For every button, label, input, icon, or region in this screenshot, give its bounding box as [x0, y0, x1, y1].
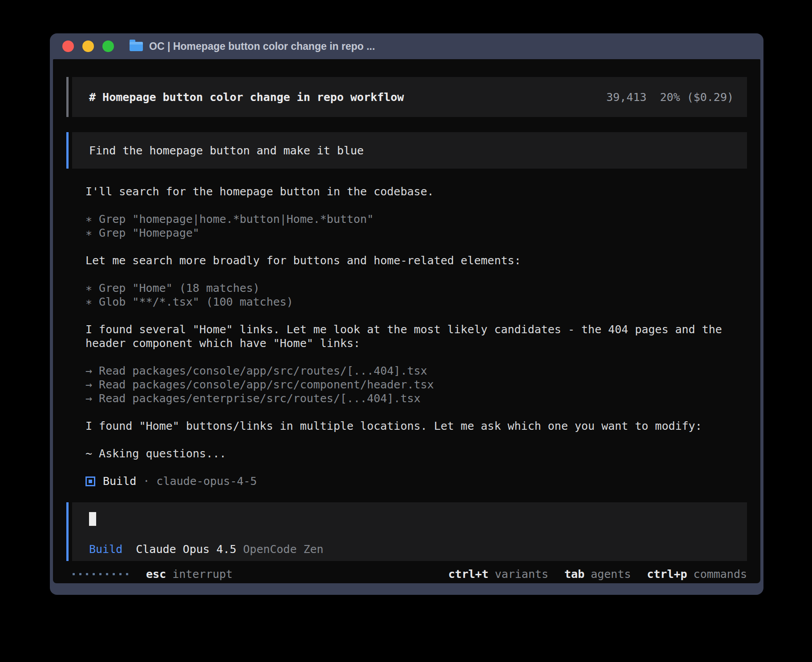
transcript-line: Let me search more broadly for buttons a…	[85, 254, 747, 267]
transcript-line	[85, 240, 747, 254]
session-title: # Homepage button color change in repo w…	[89, 90, 404, 104]
close-button[interactable]	[62, 40, 74, 52]
shortcut-key: ctrl+p	[647, 567, 687, 581]
transcript-line: ∗ Glob "**/*.tsx" (100 matches)	[85, 295, 747, 309]
shortcut: ctrl+p commands	[647, 567, 747, 581]
status-bar: esc interrupt ctrl+t variants tab agents	[66, 567, 747, 581]
transcript-line: I found "Home" buttons/links in multiple…	[85, 419, 747, 433]
shortcut-key: ctrl+t	[448, 567, 488, 581]
esc-key-hint: esc	[146, 567, 166, 581]
user-message-text: Find the homepage button and make it blu…	[89, 144, 364, 157]
activity-dot	[126, 573, 128, 575]
transcript-line	[85, 267, 747, 281]
shortcut: tab agents	[564, 567, 631, 581]
terminal-window: OC | Homepage button color change in rep…	[50, 33, 763, 595]
esc-action-label: interrupt	[172, 567, 232, 581]
activity-dot	[113, 573, 115, 575]
transcript-line	[85, 350, 747, 364]
model-row: Build Claude Opus 4.5 OpenCode Zen	[89, 542, 734, 556]
transcript-line	[85, 405, 747, 419]
transcript-line: → Read packages/enterprise/src/routes/[.…	[85, 392, 747, 405]
user-message: Find the homepage button and make it blu…	[72, 132, 747, 169]
session-stats: 39,413 20% ($0.29)	[606, 90, 734, 104]
prompt-input[interactable]: Build Claude Opus 4.5 OpenCode Zen	[72, 502, 747, 561]
transcript-line: ∗ Grep "homepage|home.*button|Home.*butt…	[85, 212, 747, 226]
transcript-line: I found several "Home" links. Let me loo…	[85, 323, 747, 336]
transcript-line: I'll search for the homepage button in t…	[85, 185, 747, 198]
agent-status-row: Build · claude-opus-4-5	[85, 474, 747, 488]
transcript-line: → Read packages/console/app/src/componen…	[85, 378, 747, 392]
folder-icon	[130, 42, 143, 51]
titlebar: OC | Homepage button color change in rep…	[50, 33, 763, 59]
transcript-line	[85, 198, 747, 212]
agent-build-icon	[85, 476, 95, 486]
shortcut-key: tab	[564, 567, 585, 581]
window-title: OC | Homepage button color change in rep…	[149, 40, 375, 52]
transcript-line	[85, 309, 747, 323]
shortcut: ctrl+t variants	[448, 567, 548, 581]
transcript-line: ∗ Grep "Home" (18 matches)	[85, 281, 747, 295]
agent-model: claude-opus-4-5	[156, 474, 257, 488]
minimize-button[interactable]	[82, 40, 94, 52]
text-cursor	[89, 512, 96, 526]
transcript-line: ~ Asking questions...	[85, 447, 747, 460]
zoom-button[interactable]	[102, 40, 114, 52]
agent-separator: ·	[143, 474, 150, 488]
activity-dots	[73, 573, 133, 575]
activity-dot	[119, 573, 122, 575]
activity-dot	[93, 573, 95, 575]
transcript-line: ∗ Grep "Homepage"	[85, 226, 747, 240]
status-left: esc interrupt	[73, 567, 233, 581]
input-model-label[interactable]: Claude Opus 4.5	[136, 542, 236, 556]
agent-name: Build	[103, 474, 136, 488]
shortcut-label: agents	[591, 567, 631, 581]
activity-dot	[99, 573, 102, 575]
status-shortcuts: ctrl+t variants tab agents ctrl+p comman…	[432, 567, 747, 581]
terminal-content: # Homepage button color change in repo w…	[53, 59, 760, 583]
session-header: # Homepage button color change in repo w…	[72, 77, 747, 117]
shortcut-label: variants	[495, 567, 548, 581]
activity-dot	[106, 573, 108, 575]
shortcut-label: commands	[694, 567, 747, 581]
assistant-transcript: I'll search for the homepage button in t…	[85, 185, 747, 460]
activity-dot	[86, 573, 88, 575]
activity-dot	[73, 573, 75, 575]
input-provider-label: OpenCode Zen	[243, 542, 324, 556]
activity-dot	[79, 573, 81, 575]
input-agent-label[interactable]: Build	[89, 542, 122, 556]
transcript-line: → Read packages/console/app/src/routes/[…	[85, 364, 747, 378]
transcript-line: header component which have "Home" links…	[85, 336, 747, 350]
transcript-line	[85, 433, 747, 447]
